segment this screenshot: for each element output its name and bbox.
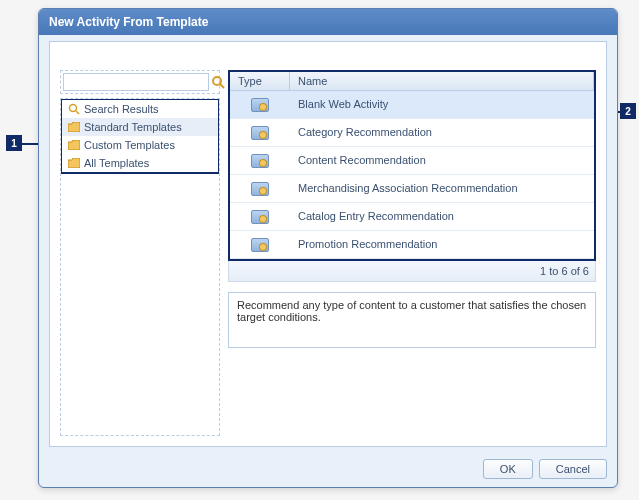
cancel-button[interactable]: Cancel [539, 459, 607, 479]
folder-icon [68, 140, 80, 150]
template-name: Merchandising Association Recommendation [290, 178, 594, 199]
table-header: Type Name [230, 72, 594, 91]
template-icon [251, 98, 269, 112]
svg-point-2 [70, 105, 77, 112]
callout-badge-1: 1 [6, 135, 22, 151]
svg-line-3 [76, 111, 79, 114]
template-icon [251, 182, 269, 196]
column-header-type[interactable]: Type [230, 72, 290, 90]
left-panel: Search Results Standard Templates [60, 70, 220, 436]
svg-point-0 [213, 77, 221, 85]
dialog-title: New Activity From Template [39, 9, 617, 35]
tree-item-search-results[interactable]: Search Results [62, 100, 218, 118]
table-row[interactable]: Promotion Recommendation [230, 231, 594, 259]
folder-icon [68, 122, 80, 132]
column-header-name[interactable]: Name [290, 72, 594, 90]
table-row[interactable]: Category Recommendation [230, 119, 594, 147]
table-row[interactable]: Catalog Entry Recommendation [230, 203, 594, 231]
template-icon [251, 126, 269, 140]
tree-item-label: Search Results [84, 103, 159, 115]
template-name: Blank Web Activity [290, 94, 594, 115]
template-icon [251, 210, 269, 224]
table-row[interactable]: Merchandising Association Recommendation [230, 175, 594, 203]
tree-item-label: Standard Templates [84, 121, 182, 133]
template-description: Recommend any type of content to a custo… [228, 292, 596, 348]
template-tree: Search Results Standard Templates [60, 98, 220, 436]
callout-badge-2: 2 [620, 103, 636, 119]
template-name: Content Recommendation [290, 150, 594, 171]
ok-button[interactable]: OK [483, 459, 533, 479]
template-table: Type Name Blank Web Activity Category Re… [228, 70, 596, 261]
table-row[interactable]: Content Recommendation [230, 147, 594, 175]
search-result-icon [68, 103, 80, 115]
tree-item-standard-templates[interactable]: Standard Templates [62, 118, 218, 136]
tree-item-label: All Templates [84, 157, 149, 169]
template-icon [251, 238, 269, 252]
dialog-footer: OK Cancel [49, 459, 607, 479]
dialog-body: Search Results Standard Templates [49, 41, 607, 447]
pager: 1 to 6 of 6 [228, 261, 596, 282]
table-row[interactable]: Blank Web Activity [230, 91, 594, 119]
tree-item-label: Custom Templates [84, 139, 175, 151]
folder-icon [68, 158, 80, 168]
tree-highlight: Search Results Standard Templates [60, 98, 220, 174]
tree-item-all-templates[interactable]: All Templates [62, 154, 218, 172]
dialog-window: New Activity From Template [38, 8, 618, 488]
right-panel: Type Name Blank Web Activity Category Re… [228, 70, 596, 436]
search-input[interactable] [63, 73, 209, 91]
search-wrap [60, 70, 220, 94]
search-icon[interactable] [211, 73, 225, 91]
tree-item-custom-templates[interactable]: Custom Templates [62, 136, 218, 154]
template-name: Promotion Recommendation [290, 234, 594, 255]
template-name: Category Recommendation [290, 122, 594, 143]
svg-line-1 [220, 84, 224, 88]
template-name: Catalog Entry Recommendation [290, 206, 594, 227]
table-body: Blank Web Activity Category Recommendati… [230, 91, 594, 259]
template-icon [251, 154, 269, 168]
